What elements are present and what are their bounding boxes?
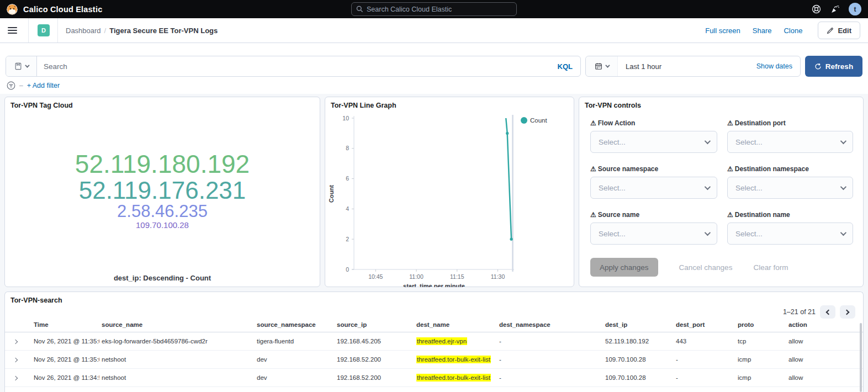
cell-action: allow <box>786 351 864 369</box>
cell-source_ip: 192.168.45.205 <box>335 332 414 351</box>
edit-button[interactable]: Edit <box>818 22 860 39</box>
cancel-changes-button[interactable]: Cancel changes <box>679 263 733 272</box>
filter-dash: – <box>19 82 23 89</box>
show-dates-button[interactable]: Show dates <box>756 62 800 70</box>
nav-action-clone[interactable]: Clone <box>784 27 802 35</box>
column-header-source_ip: source_ip <box>335 317 414 332</box>
cell-dest_ip: 109.70.100.28 <box>603 351 674 369</box>
nav-bar: D Dashboard / Tigera Secure EE Tor-VPN L… <box>0 18 868 43</box>
line-chart-svg: 024681010:4511:0011:1511:30CountCountsta… <box>327 112 570 287</box>
column-header-dest_namespace: dest_namespace <box>497 317 603 332</box>
table-row: Nov 26, 2021 @ 11:35:04.000netshootdev19… <box>5 351 864 369</box>
warning-triangle-icon: ⚠ <box>590 211 596 219</box>
breadcrumb-current: Tigera Secure EE Tor-VPN Logs <box>109 27 218 35</box>
apply-changes-button[interactable]: Apply changes <box>590 258 658 277</box>
chevron-down-icon <box>705 184 711 190</box>
select-flow-action[interactable]: Select... <box>590 131 717 153</box>
table-row: Nov 26, 2021 @ 11:34:54.000netshootdev19… <box>5 369 864 387</box>
select-destination-port[interactable]: Select... <box>727 131 853 153</box>
kql-language-button[interactable]: KQL <box>558 62 580 71</box>
cell-dest_port: - <box>674 369 735 387</box>
filter-icon[interactable] <box>7 81 15 90</box>
svg-text:4: 4 <box>346 205 349 212</box>
refresh-button[interactable]: Refresh <box>805 56 862 77</box>
menu-hamburger-icon[interactable] <box>8 18 29 43</box>
cell-time: Nov 26, 2021 @ 11:35:04.000 <box>31 332 99 351</box>
panel-search-table: Tor-VPN-search 1–21 of 21 Timesource_nam… <box>4 292 864 392</box>
time-range-picker[interactable]: Last 1 hour Show dates <box>585 56 801 77</box>
time-range-value[interactable]: Last 1 hour <box>618 62 661 71</box>
chevron-down-icon <box>840 230 846 236</box>
table-header-row: Timesource_namesource_namespacesource_ip… <box>5 317 864 332</box>
cell-proto: tcp <box>735 332 786 351</box>
top-header: Calico Cloud Elastic Search Calico Cloud… <box>0 0 868 18</box>
nav-action-share[interactable]: Share <box>753 27 772 35</box>
calendar-menu-button[interactable] <box>586 56 618 76</box>
dashboard-badge[interactable]: D <box>38 24 50 36</box>
control-label: ⚠Destination port <box>727 119 853 127</box>
cell-time: Nov 26, 2021 @ 11:35:04.000 <box>31 351 99 369</box>
chevron-right-icon <box>844 309 850 315</box>
legend-label: Count <box>530 117 547 124</box>
panel-line-graph: Tor-VPN Line Graph 024681010:4511:0011:1… <box>325 97 574 287</box>
control-label: ⚠Flow Action <box>590 119 717 127</box>
global-search-input[interactable]: Search Calico Cloud Elastic <box>351 2 517 16</box>
row-expand-chevron-icon[interactable] <box>13 376 18 380</box>
column-header-dest_port: dest_port <box>674 317 735 332</box>
control-field-destination-port: ⚠Destination portSelect... <box>727 119 853 153</box>
tag-cloud-item[interactable]: 52.119.176.231 <box>79 178 246 203</box>
row-expand-chevron-icon[interactable] <box>13 340 18 344</box>
panel-controls: Tor-VPN controls ⚠Flow ActionSelect...⚠D… <box>579 97 864 287</box>
pagination-next-button[interactable] <box>840 305 855 319</box>
control-label: ⚠Source name <box>590 211 717 219</box>
column-header-proto: proto <box>735 317 786 332</box>
control-field-destination-namespace: ⚠Destination namespaceSelect... <box>727 165 853 199</box>
svg-text:Count: Count <box>328 185 335 203</box>
cell-source_namespace: dev <box>255 351 335 369</box>
user-avatar[interactable]: t <box>849 3 861 15</box>
add-filter-button[interactable]: + Add filter <box>27 82 60 89</box>
column-header-source_namespace: source_namespace <box>255 317 335 332</box>
svg-text:10: 10 <box>342 115 349 121</box>
column-header-dest_ip: dest_ip <box>603 317 674 332</box>
cell-dest_port: 443 <box>674 332 735 351</box>
cell-dest_name: threatfeed.tor-bulk-exit-list <box>414 351 497 369</box>
legend-dot-icon <box>521 117 527 124</box>
cell-source_namespace: tigera-fluentd <box>255 332 335 351</box>
tag-cloud-item[interactable]: 2.58.46.235 <box>117 203 208 220</box>
cell-time: Nov 26, 2021 @ 11:34:54.000 <box>31 369 99 387</box>
table-scrollbar[interactable] <box>860 323 862 392</box>
kql-search-bar[interactable]: Search KQL <box>6 56 581 77</box>
tag-cloud-item[interactable]: 109.70.100.28 <box>136 221 189 230</box>
whats-new-popper-icon[interactable] <box>830 4 840 14</box>
svg-text:11:00: 11:00 <box>409 273 424 280</box>
filter-bar: – + Add filter <box>7 81 60 90</box>
chevron-down-icon <box>705 138 711 144</box>
row-expand-chevron-icon[interactable] <box>13 358 18 362</box>
highlighted-dest-name: threatfeed.ejr-vpn <box>416 337 467 345</box>
chevron-down-icon <box>605 63 610 67</box>
control-field-source-namespace: ⚠Source namespaceSelect... <box>590 165 717 199</box>
dashboard-grid: Tor-VPN Tag Cloud 52.119.180.19252.119.1… <box>0 94 868 392</box>
chevron-down-icon <box>840 138 846 144</box>
cell-source_name: netshoot <box>99 351 255 369</box>
control-label: ⚠Destination namespace <box>727 165 853 173</box>
column-header-source_name: source_name <box>99 317 255 332</box>
nav-actions: Full screenShareClone Edit <box>705 22 860 39</box>
clear-form-button[interactable]: Clear form <box>753 263 788 272</box>
select-destination-namespace[interactable]: Select... <box>727 177 853 199</box>
select-source-namespace[interactable]: Select... <box>590 177 717 199</box>
help-lifering-icon[interactable] <box>811 4 821 14</box>
pagination-prev-button[interactable] <box>820 305 835 319</box>
pencil-icon <box>827 27 834 34</box>
select-destination-name[interactable]: Select... <box>727 223 853 245</box>
nav-action-full-screen[interactable]: Full screen <box>705 27 740 35</box>
warning-triangle-icon: ⚠ <box>727 211 733 219</box>
global-search-placeholder: Search Calico Cloud Elastic <box>367 6 452 13</box>
saved-query-menu-button[interactable] <box>6 56 37 76</box>
breadcrumb-dashboard[interactable]: Dashboard <box>66 27 101 35</box>
cell-action: allow <box>786 332 864 351</box>
calico-logo-icon[interactable] <box>7 4 18 15</box>
tag-cloud-item[interactable]: 52.119.180.192 <box>75 151 250 178</box>
select-source-name[interactable]: Select... <box>590 223 717 245</box>
